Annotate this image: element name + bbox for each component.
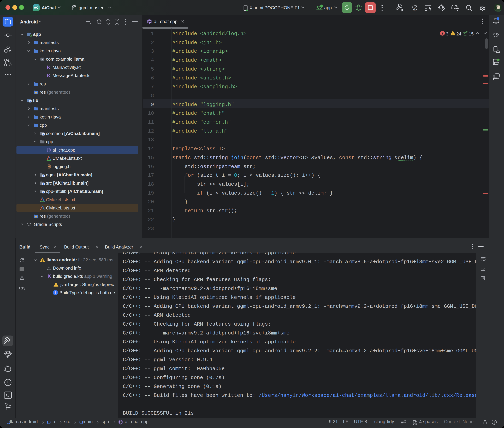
svg-text:A: A [413,7,416,12]
